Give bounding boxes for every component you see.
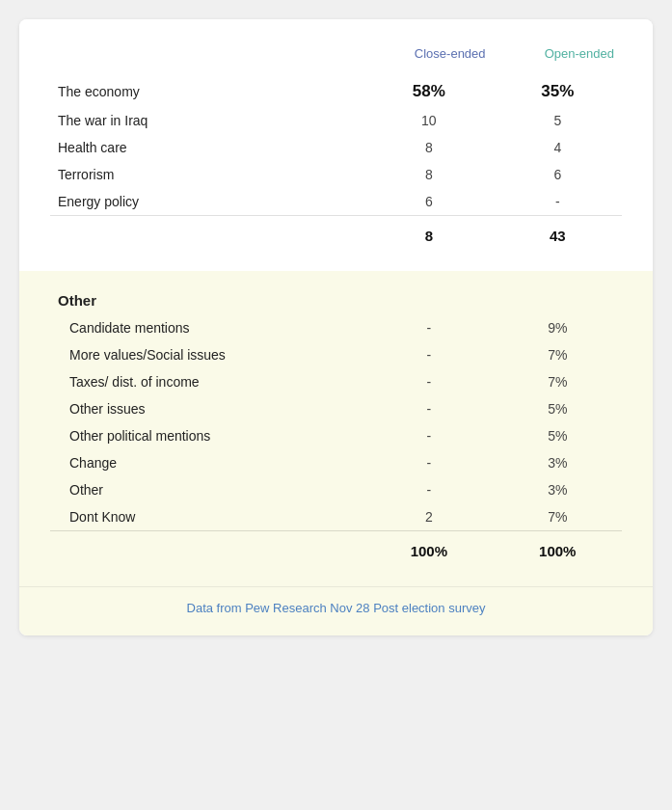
table-row: Candidate mentions-9% — [50, 314, 622, 341]
sub-open-val: 3% — [494, 476, 622, 503]
total-label — [50, 216, 364, 256]
sub-open-val: 7% — [494, 341, 622, 368]
close-val: 10 — [364, 107, 493, 134]
bottom-total-close: 100% — [364, 531, 493, 572]
open-val: 6 — [494, 161, 622, 188]
row-label: Energy policy — [50, 188, 364, 216]
table-row: Other-3% — [50, 476, 622, 503]
close-val: 6 — [364, 188, 493, 216]
other-header-open — [494, 286, 622, 314]
table-row: The war in Iraq105 — [50, 107, 622, 134]
bottom-total-open: 100% — [494, 531, 622, 572]
row-label: Health care — [50, 134, 364, 161]
open-val: 35% — [494, 72, 622, 107]
sub-close-val: - — [364, 422, 493, 449]
table-row: The economy58%35% — [50, 72, 622, 107]
other-header-label: Other — [50, 286, 364, 314]
close-val: 8 — [364, 134, 493, 161]
other-header-row: Other — [50, 286, 622, 314]
open-ended-header: Open-ended — [494, 42, 622, 72]
table-row: Change-3% — [50, 449, 622, 476]
close-ended-header: Close-ended — [364, 42, 493, 72]
open-val: - — [494, 188, 622, 216]
sub-open-val: 5% — [494, 422, 622, 449]
close-val: 8 — [364, 161, 493, 188]
footer: Data from Pew Research Nov 28 Post elect… — [19, 586, 653, 635]
table-row: Taxes/ dist. of income-7% — [50, 368, 622, 395]
table-row: Health care84 — [50, 134, 622, 161]
sub-close-val: - — [364, 368, 493, 395]
table-row: More values/Social issues-7% — [50, 341, 622, 368]
label-col-header — [50, 42, 364, 72]
sub-open-val: 3% — [494, 449, 622, 476]
top-table: Close-ended Open-ended The economy58%35%… — [50, 42, 622, 256]
sub-row-label: Other political mentions — [50, 422, 364, 449]
sub-open-val: 5% — [494, 395, 622, 422]
sub-row-label: Candidate mentions — [50, 314, 364, 341]
sub-row-label: Dont Know — [50, 503, 364, 531]
sub-close-val: - — [364, 341, 493, 368]
sub-close-val: - — [364, 314, 493, 341]
row-label: The economy — [50, 72, 364, 107]
section-top: Close-ended Open-ended The economy58%35%… — [19, 19, 653, 271]
total-close: 8 — [364, 216, 493, 256]
bottom-total-row: 100%100% — [50, 531, 622, 572]
sub-row-label: Other — [50, 476, 364, 503]
sub-row-label: Change — [50, 449, 364, 476]
table-row: Energy policy6- — [50, 188, 622, 216]
footer-link[interactable]: Data from Pew Research Nov 28 Post elect… — [187, 601, 486, 615]
close-val: 58% — [364, 72, 493, 107]
open-val: 4 — [494, 134, 622, 161]
total-open: 43 — [494, 216, 622, 256]
sub-close-val: - — [364, 395, 493, 422]
sub-row-label: More values/Social issues — [50, 341, 364, 368]
table-row: Other issues-5% — [50, 395, 622, 422]
sub-open-val: 7% — [494, 503, 622, 531]
top-total-row: 843 — [50, 216, 622, 256]
sub-open-val: 7% — [494, 368, 622, 395]
sub-open-val: 9% — [494, 314, 622, 341]
sub-close-val: - — [364, 449, 493, 476]
bottom-table: OtherCandidate mentions-9%More values/So… — [50, 286, 622, 571]
open-val: 5 — [494, 107, 622, 134]
sub-row-label: Taxes/ dist. of income — [50, 368, 364, 395]
table-row: Dont Know27% — [50, 503, 622, 531]
main-card: Close-ended Open-ended The economy58%35%… — [19, 19, 653, 635]
table-row: Other political mentions-5% — [50, 422, 622, 449]
sub-row-label: Other issues — [50, 395, 364, 422]
other-header-close — [364, 286, 493, 314]
row-label: Terrorism — [50, 161, 364, 188]
sub-close-val: 2 — [364, 503, 493, 531]
section-bottom: OtherCandidate mentions-9%More values/So… — [19, 271, 653, 586]
bottom-total-label — [50, 531, 364, 572]
sub-close-val: - — [364, 476, 493, 503]
row-label: The war in Iraq — [50, 107, 364, 134]
table-row: Terrorism86 — [50, 161, 622, 188]
